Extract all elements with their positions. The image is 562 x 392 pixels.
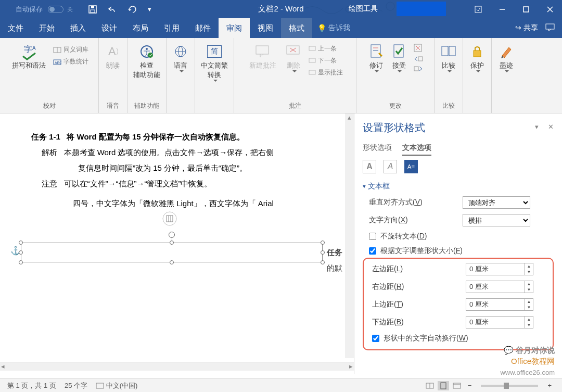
pane-tab-text[interactable]: 文本选项: [402, 143, 431, 156]
doc-task-num: 任务 1-1: [31, 132, 60, 141]
qat-more-icon[interactable]: ▾: [148, 5, 151, 13]
ink-button[interactable]: 墨迹: [497, 41, 515, 73]
layout-options-icon[interactable]: [162, 211, 177, 226]
thesaurus-button[interactable]: 同义词库: [53, 44, 88, 55]
minimize-button[interactable]: [490, 0, 514, 18]
margin-left-input[interactable]: 0 厘米▲▼: [466, 263, 533, 275]
pane-tab-shape[interactable]: 形状选项: [363, 143, 392, 156]
ink-label: 墨迹: [500, 61, 513, 70]
svg-rect-5: [475, 6, 481, 12]
view-web-icon[interactable]: [451, 381, 463, 390]
group-accessibility-label: 辅助功能: [134, 100, 159, 112]
selected-textbox[interactable]: [21, 243, 323, 262]
tab-format[interactable]: 格式: [281, 18, 312, 38]
zoom-in-button[interactable]: +: [544, 382, 555, 389]
valign-select[interactable]: 顶端对齐: [463, 196, 530, 209]
status-words[interactable]: 25 个字: [65, 381, 87, 390]
doc-analysis-text: 本题考查 Word 选项的使用。点击文件→选项→保存，把右侧: [64, 148, 274, 157]
tab-view[interactable]: 视图: [250, 18, 281, 38]
title-bar: 自动保存 关 ▾ 文档2 - Word 绘图工具: [0, 0, 562, 18]
tab-layout[interactable]: 布局: [125, 18, 156, 38]
redo-icon[interactable]: [128, 5, 137, 14]
textbox-icon[interactable]: A≡: [404, 160, 418, 173]
track-changes-button[interactable]: 修订: [367, 41, 385, 73]
chinese-conversion-button[interactable]: 简 中文简繁 转换: [199, 41, 230, 83]
autosave-label: 自动保存 关: [16, 5, 73, 14]
horizontal-scrollbar[interactable]: ◂▸: [0, 362, 354, 371]
status-page[interactable]: 第 1 页，共 1 页: [7, 381, 56, 390]
ribbon-options-icon[interactable]: [466, 0, 490, 18]
ribbon: 字A 拼写和语法 同义词库 ABC字数统计 校对 A 朗读 语音 检查 辅助功能…: [0, 38, 562, 113]
vertical-scrollbar[interactable]: ▴: [345, 113, 354, 358]
section-textbox[interactable]: 文本框: [363, 182, 554, 191]
view-print-icon[interactable]: [438, 381, 449, 390]
account-box[interactable]: [397, 2, 446, 16]
show-comments-button[interactable]: 显示批注: [309, 67, 343, 78]
group-changes-label: 更改: [389, 100, 402, 112]
prev-comment-button[interactable]: 上一条: [309, 43, 343, 54]
margin-bottom-input[interactable]: 0 厘米▲▼: [466, 316, 533, 328]
next-change-icon[interactable]: [413, 65, 424, 74]
new-comment-label: 新建批注: [249, 61, 276, 70]
tab-file[interactable]: 文件: [0, 18, 31, 38]
document-area: 任务 1-1 将 Word 配置为每 15 分钟保存一次自动恢复信息。 解析 本…: [0, 113, 354, 363]
autofit-checkbox[interactable]: [369, 247, 376, 255]
wrap-checkbox[interactable]: [372, 335, 379, 342]
pane-title: 设置形状格式: [363, 121, 554, 135]
rotate-handle[interactable]: [169, 232, 175, 238]
status-lang[interactable]: 中文(中国): [96, 381, 137, 390]
maximize-button[interactable]: [514, 0, 538, 18]
no-rotate-checkbox[interactable]: [369, 233, 376, 240]
accessibility-button[interactable]: 检查 辅助功能: [131, 41, 162, 81]
autosave-toggle[interactable]: [48, 6, 63, 13]
no-rotate-label: 不旋转文本(D): [380, 232, 427, 241]
compare-button[interactable]: 比较: [439, 41, 458, 73]
contextual-tab-label: 绘图工具: [349, 0, 378, 14]
protect-button[interactable]: 保护: [468, 41, 486, 73]
share-button[interactable]: ↪ 共享: [515, 23, 538, 33]
tab-home[interactable]: 开始: [31, 18, 62, 38]
undo-icon[interactable]: [107, 5, 118, 14]
tab-review[interactable]: 审阅: [219, 18, 250, 38]
read-aloud-button[interactable]: A 朗读: [103, 41, 123, 71]
text-effects-icon[interactable]: A: [384, 160, 397, 173]
svg-rect-7: [523, 7, 529, 12]
svg-rect-40: [442, 46, 448, 56]
margin-right-input[interactable]: 0 厘米▲▼: [466, 281, 533, 293]
new-comment-button[interactable]: 新建批注: [247, 41, 278, 71]
zoom-out-button[interactable]: −: [465, 382, 475, 389]
reject-icon[interactable]: [413, 43, 424, 54]
svg-rect-24: [256, 46, 269, 54]
comments-icon[interactable]: [545, 23, 555, 33]
save-icon[interactable]: [88, 5, 97, 14]
prev-change-icon[interactable]: [413, 55, 424, 64]
tab-insert[interactable]: 插入: [62, 18, 94, 38]
spelling-button[interactable]: 字A 拼写和语法: [10, 41, 48, 71]
view-read-icon[interactable]: [424, 381, 436, 390]
tab-mailings[interactable]: 邮件: [187, 18, 219, 38]
zoom-slider[interactable]: [481, 385, 538, 387]
text-fill-icon[interactable]: A: [363, 160, 376, 173]
textdir-label: 文字方向(X): [369, 216, 408, 224]
tab-design[interactable]: 设计: [94, 18, 125, 38]
close-button[interactable]: [538, 0, 562, 18]
pane-menu-icon[interactable]: ▾: [535, 123, 539, 131]
svg-rect-49: [453, 383, 461, 388]
delete-comment-button[interactable]: 删除: [284, 41, 303, 73]
tell-me[interactable]: 💡 告诉我: [317, 23, 350, 33]
doc-note-text: 可以在“文件”→“信息”→“管理文档”中恢复。: [64, 179, 212, 188]
accept-button[interactable]: 接受: [390, 41, 408, 73]
textdir-select[interactable]: 横排: [463, 214, 530, 226]
language-button[interactable]: 语言: [171, 41, 190, 73]
pane-close-icon[interactable]: ✕: [548, 123, 554, 131]
svg-rect-10: [546, 24, 554, 29]
autofit-label: 根据文字调整形状大小(F): [380, 246, 463, 256]
read-aloud-label: 朗读: [106, 61, 120, 70]
margin-top-input[interactable]: 0 厘米▲▼: [466, 298, 533, 311]
doc-side2: 的默: [327, 263, 342, 273]
wordcount-button[interactable]: ABC字数统计: [53, 56, 88, 67]
next-comment-button[interactable]: 下一条: [309, 55, 343, 66]
accessibility-label: 检查 辅助功能: [133, 61, 160, 80]
svg-rect-28: [309, 46, 315, 50]
tab-references[interactable]: 引用: [156, 18, 187, 38]
